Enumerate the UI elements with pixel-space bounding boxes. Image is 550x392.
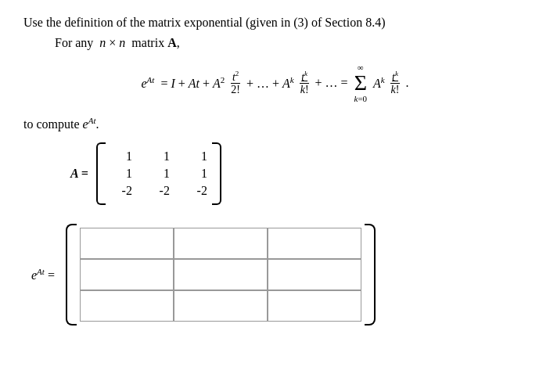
answer-section: eAt = [31,224,527,325]
cell-0-1: 1 [148,149,170,164]
formula-frac2: tk k! [299,70,311,97]
answer-cell-1-0[interactable] [80,259,174,290]
answer-cell-1-1[interactable] [174,259,268,290]
answer-paren-left [66,224,77,325]
matrix-paren-right [212,142,221,205]
sigma-symbol: ∞ Σ k=0 [353,63,368,103]
cell-1-0: 1 [110,167,132,181]
answer-grid [80,228,361,322]
matrix-rows: 1 1 1 1 1 1 -2 -2 -2 [110,149,207,198]
answer-cell-2-2[interactable] [268,290,361,322]
formula-plus-dots2: + … = [315,76,348,90]
cell-2-0: -2 [110,184,132,198]
formula-inner: eAt = I + At + A2 t2 2! + … + Ak tk k! +… [141,63,408,103]
matrix-a-label: A = [70,167,88,181]
formula-plus-dots1: + … + Ak [246,75,294,91]
to-compute-text: to compute eAt. [23,116,527,131]
answer-cell-0-2[interactable] [268,228,361,259]
cell-0-2: 1 [185,149,207,164]
header-text: Use the definition of the matrix exponen… [23,16,386,29]
formula-period: . [406,76,409,90]
formula-sigma-term: Ak [373,75,385,91]
cell-1-1: 1 [148,167,170,181]
answer-cell-0-0[interactable] [80,228,174,259]
cell-0-0: 1 [110,149,132,164]
answer-paren-right [365,224,376,325]
formula-lhs: eAt [141,75,154,91]
matrix-row-0: 1 1 1 [110,149,207,164]
matrix-row-2: -2 -2 -2 [110,184,207,198]
answer-cell-0-1[interactable] [174,228,268,259]
matrix-paren-left [96,142,106,205]
answer-matrix-wrap [66,224,376,325]
problem-header: Use the definition of the matrix exponen… [23,16,527,30]
answer-label: eAt = [31,267,55,282]
cell-2-2: -2 [185,184,207,198]
matrix-row-1: 1 1 1 [110,167,207,181]
cell-2-1: -2 [148,184,170,198]
matrix-section: A = 1 1 1 1 1 1 -2 -2 -2 [70,142,527,205]
formula-frac3: tk k! [390,70,401,97]
formula-frac1: t2 2! [229,70,242,97]
answer-cell-1-2[interactable] [268,259,361,290]
for-any-text: For any n × n matrix A, [55,36,180,49]
answer-cell-2-1[interactable] [174,290,268,322]
formula-equals1: = I + At + A2 [157,75,225,91]
for-any-line: For any n × n matrix A, [55,36,527,50]
answer-cell-2-0[interactable] [80,290,174,322]
formula-container: eAt = I + At + A2 t2 2! + … + Ak tk k! +… [23,63,527,103]
cell-1-2: 1 [185,167,207,181]
matrix-bracket-wrap: 1 1 1 1 1 1 -2 -2 -2 [96,142,221,205]
